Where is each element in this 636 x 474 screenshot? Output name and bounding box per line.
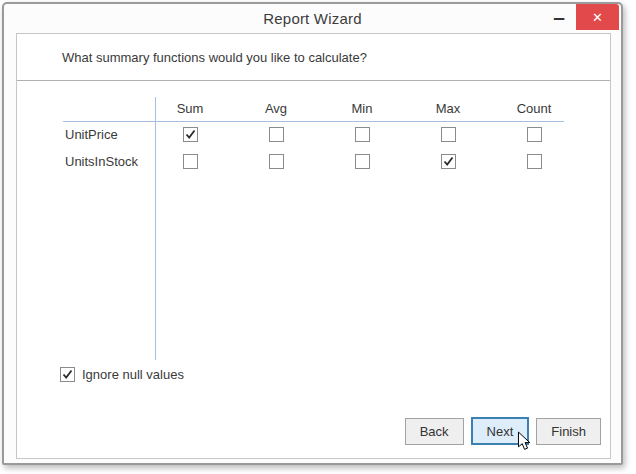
- check-icon: [185, 129, 196, 140]
- column-header-min: Min: [319, 96, 405, 121]
- finish-button[interactable]: Finish: [536, 418, 601, 445]
- check-icon: [443, 156, 454, 167]
- window-title: Report Wizard: [4, 10, 621, 27]
- cell-unitprice-min: [319, 121, 405, 148]
- cell-unitsinstock-min: [319, 148, 405, 175]
- check-icon: [62, 369, 73, 380]
- wizard-footer: BackNextFinish: [405, 418, 601, 445]
- checkbox-unitprice-min[interactable]: [355, 127, 370, 142]
- content-panel: What summary functions would you like to…: [16, 33, 611, 459]
- minimize-button[interactable]: –: [550, 6, 568, 28]
- checkbox-unitsinstock-min[interactable]: [355, 154, 370, 169]
- column-header-count: Count: [491, 96, 577, 121]
- row-label-unitsinstock: UnitsInStock: [65, 148, 147, 175]
- cell-unitprice-avg: [233, 121, 319, 148]
- summary-functions-table: SumAvgMinMaxCountUnitPriceUnitsInStock: [65, 96, 577, 175]
- cell-unitsinstock-count: [491, 148, 577, 175]
- row-label-unitprice: UnitPrice: [65, 121, 147, 148]
- cell-unitsinstock-avg: [233, 148, 319, 175]
- checkbox-unitsinstock-avg[interactable]: [269, 154, 284, 169]
- next-button[interactable]: Next: [471, 417, 530, 445]
- checkbox-unitprice-sum[interactable]: [183, 127, 198, 142]
- checkbox-unitprice-count[interactable]: [527, 127, 542, 142]
- checkbox-unitsinstock-count[interactable]: [527, 154, 542, 169]
- column-header-max: Max: [405, 96, 491, 121]
- column-header-avg: Avg: [233, 96, 319, 121]
- checkbox-unitsinstock-max[interactable]: [441, 154, 456, 169]
- checkbox-unitprice-max[interactable]: [441, 127, 456, 142]
- cell-unitprice-count: [491, 121, 577, 148]
- ignore-null-option: Ignore null values: [60, 367, 184, 382]
- wizard-question: What summary functions would you like to…: [17, 34, 610, 81]
- cell-unitsinstock-max: [405, 148, 491, 175]
- checkbox-unitsinstock-sum[interactable]: [183, 154, 198, 169]
- ignore-null-checkbox[interactable]: [60, 367, 75, 382]
- checkbox-unitprice-avg[interactable]: [269, 127, 284, 142]
- cell-unitprice-sum: [147, 121, 233, 148]
- ignore-null-label: Ignore null values: [82, 367, 184, 382]
- titlebar[interactable]: Report Wizard – ✕: [4, 4, 621, 33]
- close-button[interactable]: ✕: [576, 4, 619, 30]
- table-corner: [65, 96, 147, 121]
- back-button[interactable]: Back: [405, 418, 464, 445]
- close-icon: ✕: [592, 10, 603, 25]
- column-header-sum: Sum: [147, 96, 233, 121]
- report-wizard-window: Report Wizard – ✕ What summary functions…: [2, 2, 623, 465]
- cell-unitprice-max: [405, 121, 491, 148]
- cell-unitsinstock-sum: [147, 148, 233, 175]
